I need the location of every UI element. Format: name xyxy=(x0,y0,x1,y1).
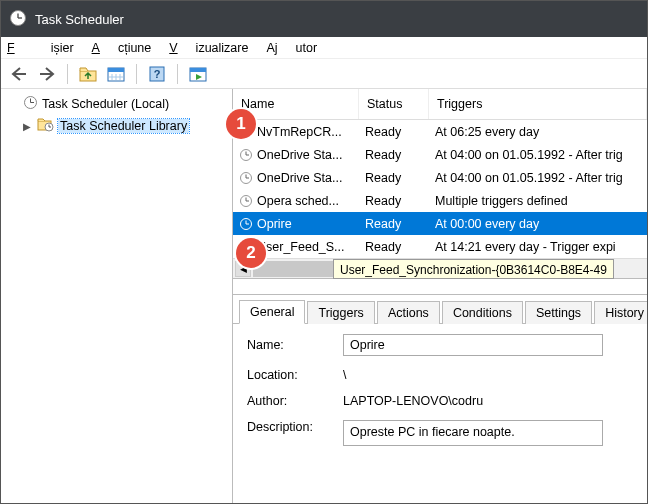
svg-rect-13 xyxy=(190,68,206,72)
label-name: Name: xyxy=(247,338,343,352)
window-title: Task Scheduler xyxy=(35,12,124,27)
horizontal-scrollbar[interactable]: ◀ User_Feed_Synchronization-{0B3614C0-B8… xyxy=(233,258,647,278)
detail-tabs: General Triggers Actions Conditions Sett… xyxy=(233,295,647,323)
annotation-badge-2: 2 xyxy=(236,238,266,268)
annotation-badge-1: 1 xyxy=(226,109,256,139)
task-name: User_Feed_S... xyxy=(257,240,345,254)
toolbar-run-calendar-button[interactable] xyxy=(186,62,210,86)
task-name: OneDrive Sta... xyxy=(257,148,342,162)
menu-help[interactable]: Ajutor xyxy=(266,41,317,55)
tree-root[interactable]: Task Scheduler (Local) xyxy=(3,93,230,115)
nav-back-button[interactable] xyxy=(7,62,31,86)
tab-conditions[interactable]: Conditions xyxy=(442,301,523,324)
tab-history[interactable]: History xyxy=(594,301,648,324)
detail-pane: General Triggers Actions Conditions Sett… xyxy=(233,294,647,504)
tab-actions[interactable]: Actions xyxy=(377,301,440,324)
task-name: Opera sched... xyxy=(257,194,339,208)
label-description: Description: xyxy=(247,420,343,434)
app-clock-icon xyxy=(9,9,27,30)
toolbar: ? xyxy=(1,59,647,89)
titlebar: Task Scheduler xyxy=(1,1,647,37)
svg-rect-5 xyxy=(108,68,124,72)
task-trigger: At 04:00 on 01.05.1992 - After trig xyxy=(429,171,647,185)
task-row[interactable]: OneDrive Sta... Ready At 04:00 on 01.05.… xyxy=(233,166,647,189)
tree-library[interactable]: ▶ Task Scheduler Library xyxy=(3,115,230,137)
name-field[interactable] xyxy=(343,334,603,356)
task-row[interactable]: User_Feed_S... Ready At 14:21 every day … xyxy=(233,235,647,258)
task-name: Oprire xyxy=(257,217,292,231)
task-name: NvTmRepCR... xyxy=(257,125,342,139)
tooltip: User_Feed_Synchronization-{0B3614C0-B8E4… xyxy=(333,259,614,279)
clock-icon xyxy=(239,194,253,208)
chevron-right-icon[interactable]: ▶ xyxy=(21,121,33,132)
task-row[interactable]: NvTmRepCR... Ready At 06:25 every day xyxy=(233,120,647,143)
folder-clock-icon xyxy=(37,117,54,135)
content-area: Name Status Triggers NvTmRepCR... Ready … xyxy=(233,89,647,504)
toolbar-calendar-button[interactable] xyxy=(104,62,128,86)
svg-text:?: ? xyxy=(154,68,161,80)
task-list: NvTmRepCR... Ready At 06:25 every day On… xyxy=(233,120,647,258)
toolbar-separator xyxy=(177,64,178,84)
task-trigger: At 04:00 on 01.05.1992 - After trig xyxy=(429,148,647,162)
task-name: OneDrive Sta... xyxy=(257,171,342,185)
toolbar-folder-up-button[interactable] xyxy=(76,62,100,86)
task-status: Ready xyxy=(359,194,429,208)
toolbar-separator xyxy=(136,64,137,84)
menu-view[interactable]: Vizualizare xyxy=(169,41,248,55)
tab-general[interactable]: General xyxy=(239,300,305,324)
task-trigger: At 00:00 every day xyxy=(429,217,647,231)
task-trigger: Multiple triggers defined xyxy=(429,194,647,208)
task-row[interactable]: Opera sched... Ready Multiple triggers d… xyxy=(233,189,647,212)
toolbar-separator xyxy=(67,64,68,84)
menubar: Fișier Acțiune Vizualizare Ajutor xyxy=(1,37,647,59)
clock-icon xyxy=(239,217,253,231)
task-trigger: At 06:25 every day xyxy=(429,125,647,139)
clock-icon xyxy=(239,171,253,185)
task-status: Ready xyxy=(359,240,429,254)
main-area: Task Scheduler (Local) ▶ Task Scheduler … xyxy=(1,89,647,504)
clock-icon xyxy=(23,95,38,113)
nav-tree: Task Scheduler (Local) ▶ Task Scheduler … xyxy=(1,89,233,504)
tab-triggers[interactable]: Triggers xyxy=(307,301,374,324)
label-location: Location: xyxy=(247,368,343,382)
toolbar-help-button[interactable]: ? xyxy=(145,62,169,86)
clock-icon xyxy=(239,148,253,162)
tab-settings[interactable]: Settings xyxy=(525,301,592,324)
menu-action[interactable]: Acțiune xyxy=(92,41,152,55)
task-list-header: Name Status Triggers xyxy=(233,89,647,120)
column-status[interactable]: Status xyxy=(359,89,429,119)
tree-library-label: Task Scheduler Library xyxy=(58,119,189,133)
label-author: Author: xyxy=(247,394,343,408)
task-status: Ready xyxy=(359,171,429,185)
task-trigger: At 14:21 every day - Trigger expi xyxy=(429,240,647,254)
menu-file[interactable]: Fișier xyxy=(7,41,74,55)
tab-body: Name: Location: \ Author: LAPTOP-LENOVO\… xyxy=(233,323,647,504)
description-field[interactable] xyxy=(343,420,603,446)
column-triggers[interactable]: Triggers xyxy=(429,89,647,119)
task-status: Ready xyxy=(359,148,429,162)
task-status: Ready xyxy=(359,125,429,139)
task-status: Ready xyxy=(359,217,429,231)
task-row[interactable]: OneDrive Sta... Ready At 04:00 on 01.05.… xyxy=(233,143,647,166)
nav-forward-button[interactable] xyxy=(35,62,59,86)
splitter[interactable] xyxy=(233,278,647,294)
task-row[interactable]: Oprire Ready At 00:00 every day xyxy=(233,212,647,235)
author-value: LAPTOP-LENOVO\codru xyxy=(343,394,633,408)
location-value: \ xyxy=(343,368,633,382)
scroll-thumb[interactable] xyxy=(253,261,333,277)
tree-root-label: Task Scheduler (Local) xyxy=(42,97,169,111)
